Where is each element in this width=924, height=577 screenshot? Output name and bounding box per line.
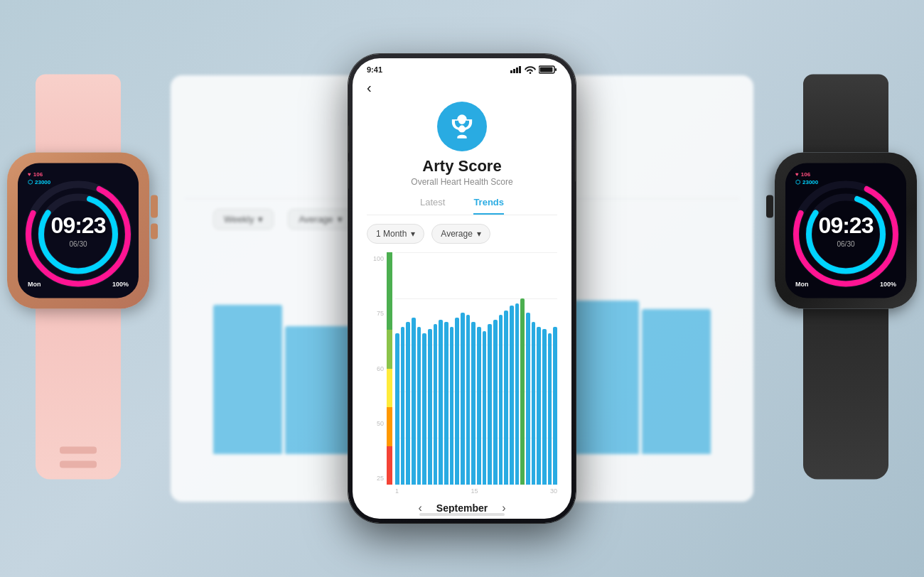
controls-row: 1 Month ▾ Average ▾ bbox=[367, 224, 557, 244]
phone-screen: 9:41 bbox=[353, 58, 571, 519]
chart-bar-23 bbox=[515, 303, 520, 485]
bg-metric-select[interactable]: Average ▾ bbox=[288, 209, 353, 230]
chart-area: 100 75 60 50 25 bbox=[367, 252, 557, 485]
phone-power-button bbox=[575, 139, 576, 182]
svg-rect-10 bbox=[516, 68, 518, 73]
app-header: Arty Score Overall Heart Health Score bbox=[367, 102, 557, 187]
period-dropdown[interactable]: 1 Month ▾ bbox=[367, 224, 424, 244]
watch-left-heart-rate: ♥ 106 bbox=[28, 171, 50, 178]
chart-bar-2 bbox=[401, 327, 405, 485]
tabs-row: Latest Trends bbox=[367, 197, 557, 215]
watch-right-body: ♥ 106 ⬡ 23000 09:23 06/30 Mon 100% bbox=[775, 152, 917, 308]
app-subtitle: Overall Heart Health Score bbox=[411, 177, 512, 187]
watch-right-crown bbox=[766, 195, 773, 217]
x-label-1: 1 bbox=[395, 487, 399, 495]
phone: 9:41 bbox=[348, 54, 576, 523]
phone-time: 9:41 bbox=[367, 65, 382, 74]
chart-bar-7 bbox=[428, 329, 432, 485]
watch-left-crown-bottom bbox=[151, 223, 158, 239]
watch-right-band-bottom bbox=[803, 308, 888, 479]
x-label-30: 30 bbox=[550, 487, 557, 495]
chart-bar-28 bbox=[542, 329, 547, 485]
tab-latest[interactable]: Latest bbox=[420, 197, 445, 215]
watch-left-screen: ♥ 106 ⬡ 23000 09:23 06/30 Mon 100% bbox=[18, 163, 139, 298]
chart-container: 100 75 60 50 25 bbox=[367, 252, 557, 519]
bars-row bbox=[395, 252, 557, 485]
watch-left-time: 09:23 bbox=[51, 212, 106, 239]
chart-bar-20 bbox=[499, 315, 503, 485]
watch-left-time-block: 09:23 06/30 bbox=[51, 212, 106, 248]
chart-y-axis: 100 75 60 50 25 bbox=[367, 252, 387, 485]
chart-bar-14 bbox=[466, 315, 471, 485]
chart-bar-1 bbox=[395, 333, 399, 485]
watch-left-band-bottom bbox=[36, 308, 121, 479]
chart-bar-18 bbox=[488, 324, 492, 485]
chart-bar-17 bbox=[483, 331, 487, 485]
chart-bar-3 bbox=[406, 322, 410, 485]
watch-left-stats: ♥ 106 ⬡ 23000 bbox=[28, 171, 50, 185]
chart-bar-29 bbox=[548, 333, 552, 485]
svg-rect-11 bbox=[519, 66, 521, 73]
chart-bar-26 bbox=[532, 322, 536, 485]
watch-left-steps: ⬡ 23000 bbox=[28, 179, 50, 185]
legend-yellow bbox=[387, 369, 392, 408]
svg-rect-13 bbox=[540, 68, 553, 72]
watch-left-day: Mon bbox=[28, 281, 41, 288]
watch-right-time-block: 09:23 06/30 bbox=[819, 212, 874, 248]
chart-bar-16 bbox=[477, 327, 481, 485]
chart-bar-15 bbox=[471, 322, 476, 485]
legend-orange bbox=[387, 407, 392, 446]
chart-bar-11 bbox=[450, 327, 454, 485]
metric-dropdown[interactable]: Average ▾ bbox=[431, 224, 490, 244]
bg-period-select[interactable]: Weekly ▾ bbox=[213, 209, 274, 230]
watch-left-band-button2 bbox=[60, 460, 97, 468]
watch-left-crown-top bbox=[151, 195, 158, 217]
phone-status-bar: 9:41 bbox=[353, 58, 571, 77]
y-label-75: 75 bbox=[367, 310, 387, 317]
trophy-icon bbox=[448, 112, 476, 141]
watch-left-date: 06/30 bbox=[51, 240, 106, 248]
y-label-50: 50 bbox=[367, 420, 387, 427]
phone-body: 9:41 bbox=[348, 54, 576, 523]
period-label: 1 Month bbox=[376, 229, 407, 239]
trophy-icon-circle bbox=[437, 102, 487, 151]
status-icons bbox=[510, 65, 557, 74]
legend-red bbox=[387, 446, 392, 485]
phone-content: ‹ Arty Score Overall Heart Health Score … bbox=[353, 77, 571, 519]
chart-bar-10 bbox=[444, 322, 448, 485]
chart-legend-bar bbox=[387, 252, 392, 485]
tab-trends[interactable]: Trends bbox=[473, 197, 504, 215]
chart-bar-22 bbox=[510, 306, 514, 485]
watch-left-body: ♥ 106 ⬡ 23000 09:23 06/30 Mon 100% bbox=[7, 152, 149, 308]
svg-rect-9 bbox=[513, 69, 515, 73]
y-label-60: 60 bbox=[367, 365, 387, 372]
nav-month: September bbox=[436, 502, 488, 514]
watch-right: ♥ 106 ⬡ 23000 09:23 06/30 Mon 100% bbox=[746, 74, 924, 486]
y-label-25: 25 bbox=[367, 475, 387, 482]
chart-bar-27 bbox=[537, 327, 541, 485]
chart-bar-9 bbox=[439, 320, 443, 485]
watch-left-band-top bbox=[36, 74, 121, 152]
watch-right-date: 06/30 bbox=[819, 240, 874, 248]
y-label-100: 100 bbox=[367, 255, 387, 262]
period-chevron: ▾ bbox=[411, 229, 415, 239]
chart-bar-13 bbox=[461, 313, 465, 485]
chart-bar-8 bbox=[434, 324, 438, 485]
back-button[interactable]: ‹ bbox=[367, 77, 557, 102]
watch-left: ♥ 106 ⬡ 23000 09:23 06/30 Mon 100% bbox=[0, 74, 178, 486]
metric-label: Average bbox=[441, 229, 472, 239]
chart-x-axis: 1 15 30 bbox=[367, 485, 557, 495]
chart-bar-5 bbox=[417, 327, 421, 485]
signal-icon bbox=[510, 66, 522, 73]
chart-bar-19 bbox=[493, 320, 498, 485]
chart-bar-6 bbox=[422, 333, 426, 485]
legend-light-green bbox=[387, 330, 392, 369]
svg-rect-8 bbox=[510, 70, 512, 73]
watch-right-steps: ⬡ 23000 bbox=[795, 179, 818, 185]
watch-right-day: Mon bbox=[795, 281, 809, 288]
chart-bar-12 bbox=[455, 318, 459, 485]
watch-right-screen: ♥ 106 ⬡ 23000 09:23 06/30 Mon 100% bbox=[785, 163, 906, 298]
chart-bar-4 bbox=[412, 318, 416, 485]
chart-bar-30 bbox=[553, 327, 557, 485]
app-title: Arty Score bbox=[422, 157, 501, 176]
